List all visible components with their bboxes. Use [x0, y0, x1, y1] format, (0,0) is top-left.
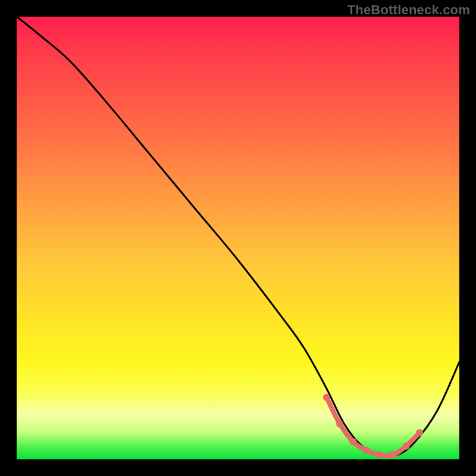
chart-stage: TheBottleneck.com — [0, 0, 476, 476]
optimal-range-dot — [416, 429, 423, 436]
optimal-range-dot — [349, 438, 356, 445]
highlight-group — [323, 394, 423, 459]
optimal-range-dot — [376, 452, 383, 459]
watermark-text: TheBottleneck.com — [347, 2, 470, 18]
optimal-range-dot — [389, 452, 396, 459]
optimal-range-dot — [336, 420, 343, 427]
chart-overlay — [17, 17, 459, 459]
bottleneck-curve — [17, 17, 459, 456]
optimal-range-dot — [363, 447, 370, 454]
optimal-range-dot — [323, 394, 330, 401]
plot-area — [17, 17, 459, 459]
optimal-range-dot — [403, 443, 410, 450]
